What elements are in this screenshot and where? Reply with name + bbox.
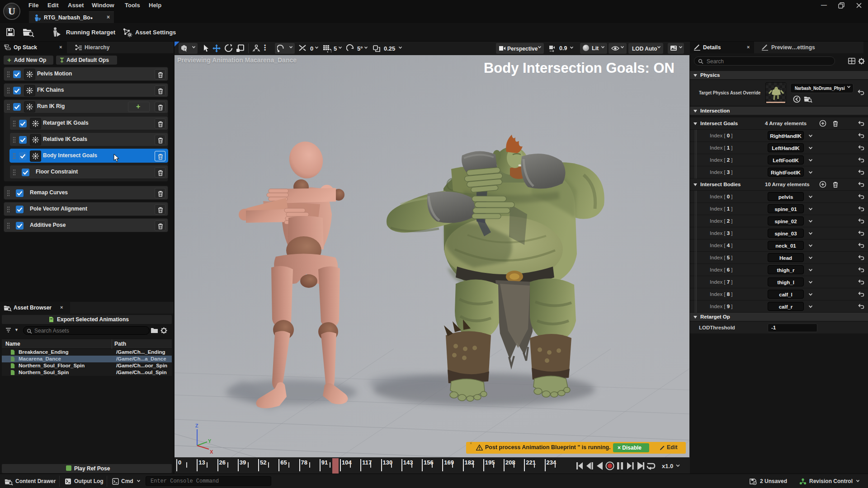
svg-text:x1.0: x1.0 xyxy=(662,463,673,469)
svg-text:Y: Y xyxy=(208,438,212,444)
svg-text:U: U xyxy=(8,5,15,17)
svg-text:X: X xyxy=(210,449,213,455)
svg-text:Z: Z xyxy=(195,423,198,428)
